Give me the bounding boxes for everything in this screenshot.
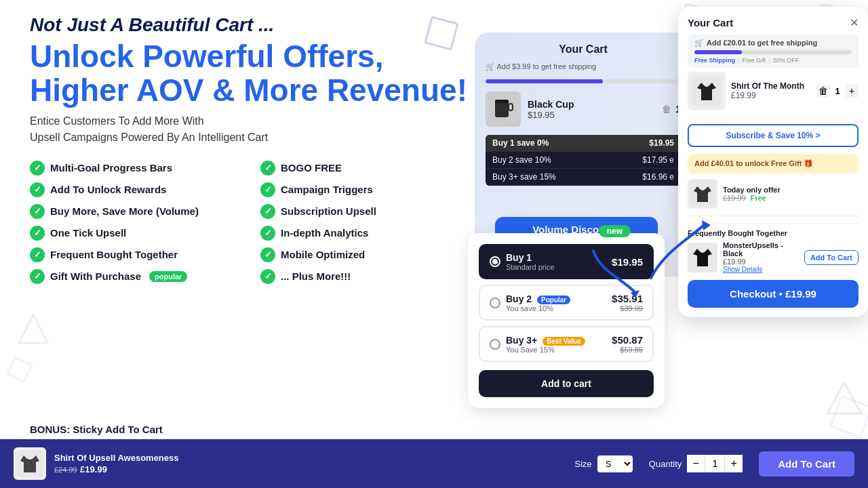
- fbt-price: £19.99: [723, 258, 799, 266]
- feature-gift: ✓ Gift With Purchase popular: [30, 269, 247, 284]
- feature-label: One Tick Upsell: [50, 227, 126, 239]
- svg-rect-2: [495, 101, 509, 117]
- feature-label: Frequent Bought Together: [50, 249, 178, 260]
- bonus-label: BONUS: Sticky Add To Cart: [30, 424, 163, 435]
- cart-item-row: Black Cup $19.95 🗑 1: [486, 92, 681, 127]
- volume-row-2: Buy 2 save 10% $17.95 e: [486, 152, 681, 169]
- close-icon[interactable]: ✕: [850, 16, 859, 29]
- unlock-gift-bar: Add £40.01 to unlock Free Gift 🎁: [688, 154, 859, 174]
- sticky-price: £19.99: [80, 464, 107, 474]
- vol-radio-1: [490, 256, 500, 267]
- vol-compare-3: $59.85: [612, 346, 643, 354]
- feature-label: Add To Unlock Rewards: [50, 184, 166, 195]
- today-offer-price: £19.99 Free: [723, 194, 859, 202]
- check-icon: ✓: [260, 226, 275, 241]
- bg-free-ship-msg: 🛒 Add $3.99 to get free shipping: [486, 62, 681, 71]
- sticky-add-to-cart-button[interactable]: Add To Cart: [759, 451, 854, 476]
- check-icon: ✓: [30, 161, 45, 176]
- left-panel: Not Just A Beautiful Cart ... Unlock Pow…: [30, 14, 477, 296]
- sticky-add-to-cart-bar: Shirt Of Upsell Awesomeness £24.99 £19.9…: [0, 439, 868, 488]
- vol-add-to-cart-button[interactable]: Add to cart: [479, 370, 654, 397]
- popular-badge: popular: [149, 271, 187, 282]
- today-offer-label: Today only offer: [723, 186, 859, 194]
- vol-option-buy3[interactable]: Buy 3+ Best Value You Save 15% $50.87 $5…: [479, 326, 654, 362]
- feature-add-unlock: ✓ Add To Unlock Rewards: [30, 182, 247, 197]
- vol-price-3: $50.87: [612, 334, 643, 346]
- fg-progress-fill: [694, 50, 742, 54]
- bg-progress-bar: [486, 79, 681, 83]
- fbt-name: MonsterUpsells - Black: [723, 241, 799, 258]
- goal-tab-free-ship[interactable]: Free Shipping: [694, 57, 735, 64]
- fg-free-ship-text: 🛒 Add £20.01 to get free shipping: [694, 39, 852, 47]
- feature-mobile: ✓ Mobile Optimized: [260, 247, 477, 262]
- svg-marker-1: [19, 314, 47, 343]
- goal-tabs: Free Shipping | Free Gift | 20% OFF: [694, 57, 852, 64]
- cart-item-info: Black Cup $19.95: [528, 99, 574, 120]
- feature-label: Gift With Purchase: [50, 270, 141, 282]
- fg-cart-header: Your Cart ✕: [688, 16, 859, 29]
- subheadline: Entice Customers To Add More With Upsell…: [30, 113, 477, 146]
- fg-product-row: Shirt Of The Month £19.99 🗑 1 +: [688, 72, 859, 117]
- vol-option-label-2: Buy 2 Popular: [506, 293, 570, 304]
- feature-label: In-depth Analytics: [281, 227, 368, 239]
- check-icon: ✓: [30, 269, 45, 284]
- check-icon: ✓: [260, 182, 275, 197]
- check-icon: ✓: [260, 247, 275, 262]
- fbt-add-to-cart-button[interactable]: Add To Cart: [804, 250, 859, 265]
- goal-tab-free-gift[interactable]: Free Gift: [742, 57, 766, 64]
- bg-cart-title: Your Cart: [486, 43, 681, 56]
- qty-decrease-button[interactable]: −: [687, 455, 705, 472]
- svg-rect-3: [495, 100, 509, 103]
- bg-cart-item: Black Cup $19.95 🗑 1 Buy 1 save 0% $19.9…: [486, 92, 681, 186]
- vol-option-label-3: Buy 3+ Best Value: [506, 335, 585, 346]
- vol-radio-2: [490, 298, 500, 308]
- fg-qty-increase[interactable]: +: [845, 84, 859, 98]
- cart-item-price: $19.95: [528, 110, 574, 120]
- feature-bogo: ✓ BOGO FREE: [260, 161, 477, 176]
- volume-row-3: Buy 3+ save 15% $16.96 e: [486, 169, 681, 186]
- headline-line1: Not Just A Beautiful Cart ...: [30, 14, 477, 37]
- fbt-show-details-link[interactable]: Show Details: [723, 266, 799, 273]
- fg-product-price: £19.99: [731, 91, 811, 100]
- goal-tab-20off[interactable]: 20% OFF: [773, 57, 800, 64]
- remove-icon[interactable]: 🗑: [662, 104, 671, 115]
- qty-value: 1: [705, 455, 725, 472]
- cart-item-name: Black Cup: [528, 99, 574, 110]
- sticky-size-select[interactable]: SMLXL: [597, 455, 633, 472]
- feature-label: Campaign Triggers: [281, 184, 373, 195]
- feature-label: ... Plus More!!!: [281, 270, 351, 282]
- check-icon: ✓: [30, 204, 45, 219]
- vol-option-label-1: Buy 1: [506, 252, 555, 263]
- headline-line2: Unlock Powerful Offers,: [30, 39, 477, 74]
- fbt-info: MonsterUpsells - Black £19.99 Show Detai…: [723, 241, 799, 273]
- bg-progress-fill: [486, 79, 603, 83]
- sticky-size-label: Size: [575, 459, 592, 469]
- arrow-fg: [637, 210, 719, 291]
- fg-qty-decrease[interactable]: 🗑: [816, 84, 830, 98]
- today-offer-img: [688, 179, 717, 209]
- qty-increase-button[interactable]: +: [725, 455, 743, 472]
- vol-option-sub-2: You save 10%: [506, 304, 570, 312]
- today-offer-info: Today only offer £19.99 Free: [723, 186, 859, 202]
- fg-qty-value: 1: [831, 86, 844, 96]
- feature-plus-more: ✓ ... Plus More!!!: [260, 269, 477, 284]
- headline-line3: Higher AOV & More Revenue!: [30, 73, 477, 108]
- vol-radio-3: [490, 339, 500, 350]
- new-badge: new: [599, 225, 631, 237]
- vol-badge-best: Best Value: [542, 337, 585, 346]
- check-icon: ✓: [260, 269, 275, 284]
- feature-label: Multi-Goal Progress Bars: [50, 162, 172, 174]
- subscribe-save-button[interactable]: Subscribe & Save 10% >: [688, 124, 859, 147]
- sticky-product-name: Shirt Of Upsell Awesomeness: [54, 453, 179, 463]
- vol-compare-2: $39.99: [612, 304, 643, 312]
- fg-product-name: Shirt Of The Month: [731, 81, 811, 91]
- fg-cart-title: Your Cart: [688, 17, 733, 28]
- cart-item-img: [486, 92, 521, 127]
- feature-multi-goal: ✓ Multi-Goal Progress Bars: [30, 161, 247, 176]
- sticky-product-info: Shirt Of Upsell Awesomeness £24.99 £19.9…: [54, 453, 179, 475]
- fg-product-info: Shirt Of The Month £19.99: [731, 81, 811, 100]
- sticky-qty-label: Quantity: [649, 459, 682, 469]
- feature-buy-more: ✓ Buy More, Save More (Volume): [30, 204, 247, 219]
- volume-row-1: Buy 1 save 0% $19.95: [486, 135, 681, 152]
- right-panel: Your Cart 🛒 Add $3.99 to get free shippi…: [475, 0, 868, 461]
